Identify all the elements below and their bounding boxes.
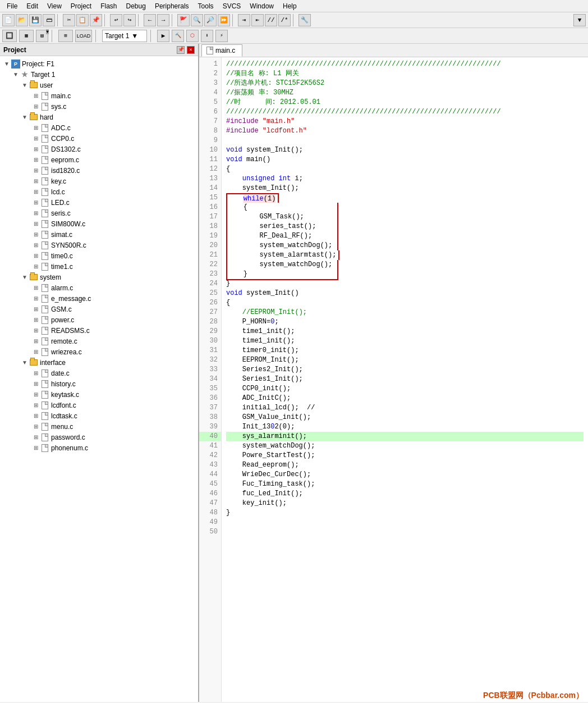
expand-sysc-icon: ⊞	[31, 102, 40, 111]
copy-button[interactable]: 📋	[76, 14, 89, 26]
tree-file-ccp0[interactable]: ⊞CCP0.c	[0, 133, 198, 144]
nav-back-button[interactable]: ←	[144, 14, 156, 26]
comment-button[interactable]: //	[265, 14, 277, 26]
config-button[interactable]: ▦	[19, 30, 34, 42]
code-line-8: #include "lcdfont.h"	[226, 126, 584, 136]
tree-file-syn500r[interactable]: ⊞SYN500R.c	[0, 240, 198, 250]
run-button[interactable]: ▶	[157, 30, 169, 42]
tree-file-menu[interactable]: ⊞menu.c	[0, 421, 198, 432]
redo-button[interactable]: ↪	[123, 14, 136, 26]
menu-window[interactable]: Window	[245, 1, 278, 11]
tree-file-ds1302[interactable]: ⊞DS1302.c	[0, 144, 198, 154]
tree-file-sim800w[interactable]: ⊞SIM800W.c	[0, 218, 198, 229]
pin-button[interactable]: 📌	[177, 46, 185, 54]
flash-button[interactable]: ⚡	[215, 30, 228, 42]
menu-help[interactable]: Help	[278, 1, 301, 11]
tree-file-key[interactable]: ⊞key.c	[0, 176, 198, 186]
line-num-35: 35	[199, 384, 221, 394]
tree-file-simat[interactable]: ⊞simat.c	[0, 229, 198, 240]
line-num-3: 3	[199, 79, 221, 88]
tree-file-password[interactable]: ⊞password.c	[0, 432, 198, 442]
tab-main-c[interactable]: main.c	[201, 44, 242, 57]
toolbar-2: 🔲 ▦ ▤ ▼ ⊞ LOAD Target 1 ▼ ▶ 🔨 ⬡ ⬇ ⚡	[0, 28, 588, 44]
tree-file-readsms[interactable]: ⊞READSMS.c	[0, 325, 198, 336]
tree-file-seris[interactable]: ⊞seris.c	[0, 208, 198, 218]
tree-file-led[interactable]: ⊞LED.c	[0, 197, 198, 208]
tree-file-alarm[interactable]: ⊞alarm.c	[0, 282, 198, 293]
tree-file-date[interactable]: ⊞date.c	[0, 368, 198, 378]
tree-file-lcd[interactable]: ⊞lcd.c	[0, 186, 198, 197]
build-button[interactable]: 🔨	[172, 30, 184, 42]
tree-file-power[interactable]: ⊞power.c	[0, 314, 198, 325]
code-line-28: P_HORN=0;	[226, 317, 584, 327]
save-all-button[interactable]: 🗃	[43, 14, 55, 26]
tree-file-time0[interactable]: ⊞time0.c	[0, 250, 198, 261]
menu-view[interactable]: View	[43, 1, 66, 11]
download-button[interactable]: ⬇	[201, 30, 213, 42]
open-button[interactable]: 📂	[16, 14, 28, 26]
tree-file-lcdtask[interactable]: ⊞lcdtask.c	[0, 410, 198, 421]
tree-file-adc[interactable]: ⊞ADC.c	[0, 122, 198, 133]
code-line-25: void system_Init()	[226, 289, 584, 298]
save-button[interactable]: 💾	[29, 14, 42, 26]
tree-file-sys-c[interactable]: ⊞ sys.c	[0, 101, 198, 112]
target-dropdown[interactable]: Target 1 ▼	[102, 30, 147, 42]
tree-file-eeprom[interactable]: ⊞eeprom.c	[0, 154, 198, 165]
tools-button[interactable]: 🔧	[298, 14, 311, 26]
new-file-button[interactable]: 📄	[2, 14, 15, 26]
load-button[interactable]: LOAD	[75, 30, 92, 42]
tree-file-time1[interactable]: ⊞time1.c	[0, 261, 198, 272]
bookmark-button[interactable]: 🚩	[177, 14, 190, 26]
replace-button[interactable]: 🔎	[204, 14, 217, 26]
expand-button[interactable]: ▼	[573, 14, 586, 26]
tree-file-remote[interactable]: ⊞remote.c	[0, 336, 198, 346]
tree-folder-user[interactable]: ▼ user	[0, 80, 198, 90]
tree-file-phonenum[interactable]: ⊞phonenum.c	[0, 442, 198, 453]
menu-file[interactable]: File	[2, 1, 22, 11]
code-editor[interactable]: 1234567891011121314151617181920212223242…	[199, 57, 588, 702]
menu-peripherals[interactable]: Peripherals	[150, 1, 194, 11]
indent-button[interactable]: ⇥	[238, 14, 250, 26]
tree-file-main-c[interactable]: ⊞ main.c	[0, 90, 198, 101]
menu-project[interactable]: Project	[66, 1, 96, 11]
line-num-36: 36	[199, 394, 221, 403]
chip-button[interactable]: 🔲	[2, 30, 17, 42]
debug-start-button[interactable]: ⬡	[186, 30, 199, 42]
tree-file-emessage[interactable]: ⊞e_message.c	[0, 293, 198, 304]
tree-file-isd1820[interactable]: ⊞isd1820.c	[0, 165, 198, 176]
tree-file-history[interactable]: ⊞history.c	[0, 378, 198, 389]
nav-fwd-button[interactable]: →	[157, 14, 169, 26]
tree-file-keytask[interactable]: ⊞keytask.c	[0, 389, 198, 400]
menu-debug[interactable]: Debug	[122, 1, 150, 11]
find-button[interactable]: 🔍	[191, 14, 203, 26]
tree-project-root[interactable]: ▼ P Project: F1	[0, 58, 198, 69]
next-button[interactable]: ⏩	[218, 14, 230, 26]
line-num-46: 46	[199, 489, 221, 499]
close-panel-button[interactable]: ✕	[187, 46, 195, 54]
tree-folder-hard[interactable]: ▼ hard	[0, 112, 198, 122]
layer-button[interactable]: ▤ ▼	[36, 30, 48, 42]
project-name-label: Project: F1	[22, 60, 54, 68]
menu-edit[interactable]: Edit	[22, 1, 43, 11]
code-line-40: sys_alarminit();	[226, 432, 584, 441]
tree-folder-system[interactable]: ▼ system	[0, 272, 198, 282]
tree-folder-interface[interactable]: ▼ interface	[0, 357, 198, 368]
paste-button[interactable]: 📌	[90, 14, 102, 26]
uncomment-button[interactable]: /*	[278, 14, 291, 26]
line-num-21: 21	[199, 250, 221, 260]
undo-button[interactable]: ↩	[110, 14, 122, 26]
cut-button[interactable]: ✂	[63, 14, 75, 26]
tree-target[interactable]: ▼ Target 1	[0, 69, 198, 80]
menu-tools[interactable]: Tools	[194, 1, 218, 11]
tree-file-lcdfont[interactable]: ⊞lcdfont.c	[0, 400, 198, 410]
code-line-19: RF_Deal_RF();	[226, 231, 584, 241]
tree-file-wriezrea[interactable]: ⊞wriezrea.c	[0, 346, 198, 357]
project-tree[interactable]: ▼ P Project: F1 ▼ Target 1 ▼ user	[0, 56, 198, 702]
menu-svcs[interactable]: SVCS	[218, 1, 246, 11]
code-lines[interactable]: ////////////////////////////////////////…	[222, 57, 588, 539]
menu-flash[interactable]: Flash	[96, 1, 121, 11]
tree-file-gsm[interactable]: ⊞GSM.c	[0, 304, 198, 314]
code-line-17: GSM_Task();	[226, 212, 584, 222]
grid-button[interactable]: ⊞	[58, 30, 73, 42]
outdent-button[interactable]: ⇤	[251, 14, 264, 26]
